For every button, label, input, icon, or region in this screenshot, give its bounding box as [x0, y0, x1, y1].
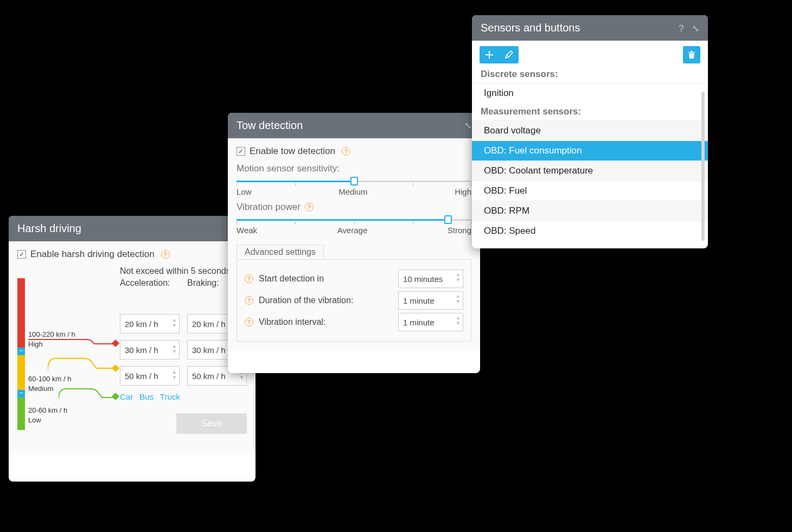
start-detection-label: Start detection in — [259, 274, 324, 284]
sensors-toolbar — [472, 41, 708, 66]
motion-high-label: High — [455, 187, 471, 196]
delete-button[interactable] — [683, 46, 700, 63]
interval-input[interactable]: 1 minute▲▼ — [398, 313, 463, 331]
vibration-low-label: Weak — [237, 226, 257, 235]
collapse-range-button[interactable]: − — [17, 348, 25, 355]
low-accel-input[interactable]: 50 km / h▲▼ — [120, 366, 180, 386]
motion-mid-label: Medium — [338, 187, 367, 196]
motion-sensitivity-label: Motion sensor sensitivity: — [237, 163, 471, 174]
sensor-item-rpm[interactable]: OBD: RPM — [472, 201, 708, 221]
sensor-item-coolant-temperature[interactable]: OBD: Coolant temperature — [472, 161, 708, 181]
vibration-power-label: Vibration power — [237, 202, 301, 213]
stepper-icon[interactable]: ▲▼ — [172, 343, 177, 354]
add-button[interactable] — [480, 46, 499, 63]
sensors-title-bar: Sensors and buttons ? ⤡ — [472, 15, 708, 41]
stepper-icon[interactable]: ▲▼ — [172, 317, 177, 328]
slider-thumb[interactable] — [444, 215, 452, 224]
sensors-panel: Sensors and buttons ? ⤡ Discrete sensors… — [472, 15, 708, 248]
stepper-icon[interactable]: ▲▼ — [172, 369, 177, 380]
collapse-icon[interactable]: ⤡ — [464, 120, 471, 131]
tow-panel: Tow detection ⤡ ✓ Enable tow detection ?… — [228, 113, 480, 373]
acceleration-header: Acceleration: — [120, 278, 180, 288]
range-low-label: 20-60 km / h — [28, 406, 67, 414]
help-icon[interactable]: ? — [161, 250, 170, 259]
sensor-item-ignition[interactable]: Ignition — [472, 83, 708, 103]
duration-input[interactable]: 1 minute▲▼ — [398, 291, 463, 310]
sensor-item-fuel[interactable]: OBD: Fuel — [472, 181, 708, 201]
interval-label: Vibration interval: — [259, 317, 325, 327]
tow-title: Tow detection — [237, 119, 303, 132]
sensor-item-speed[interactable]: OBD: Speed — [472, 221, 708, 241]
med-accel-input[interactable]: 30 km / h▲▼ — [120, 340, 180, 360]
level-low-label: Low — [28, 416, 41, 424]
harsh-title-bar: Harsh driving ⤡ — [9, 216, 256, 241]
help-icon[interactable]: ? — [342, 147, 350, 156]
range-med-label: 60-100 km / h — [28, 375, 72, 383]
sensor-item-board-voltage[interactable]: Board voltage — [472, 120, 708, 140]
enable-harsh-label: Enable harsh driving detection — [30, 249, 155, 260]
help-icon[interactable]: ? — [245, 318, 253, 326]
measurement-group-label: Measurement sensors: — [472, 103, 708, 120]
high-accel-input[interactable]: 20 km / h▲▼ — [120, 314, 180, 334]
vibration-slider[interactable] — [237, 215, 471, 225]
collapse-range-button[interactable]: − — [17, 390, 25, 398]
duration-label: Duration of the vibration: — [259, 296, 353, 305]
slider-thumb[interactable] — [350, 177, 358, 185]
edit-button[interactable] — [499, 46, 519, 63]
sensors-title: Sensors and buttons — [481, 22, 580, 34]
motion-low-label: Low — [237, 187, 252, 196]
tow-title-bar: Tow detection ⤡ — [228, 113, 480, 138]
stepper-icon[interactable]: ▲▼ — [456, 272, 461, 283]
enable-harsh-checkbox[interactable]: ✓ — [17, 250, 26, 259]
stepper-icon[interactable]: ▲▼ — [456, 315, 461, 326]
preset-car[interactable]: Car — [120, 392, 133, 401]
harsh-title: Harsh driving — [17, 222, 81, 235]
vibration-mid-label: Average — [337, 226, 368, 235]
vibration-high-label: Strong — [448, 226, 471, 235]
advanced-settings-title: Advanced settings — [237, 245, 324, 260]
sensor-item-fuel-consumption[interactable]: OBD: Fuel consumption — [472, 140, 708, 161]
scrollbar[interactable] — [701, 92, 705, 241]
help-icon[interactable]: ? — [305, 203, 314, 211]
discrete-group-label: Discrete sensors: — [472, 66, 708, 83]
collapse-icon[interactable]: ⤡ — [692, 24, 699, 33]
start-detection-input[interactable]: 10 minutes▲▼ — [398, 270, 463, 288]
enable-tow-label: Enable tow detection — [250, 146, 335, 157]
stepper-icon[interactable]: ▲▼ — [456, 293, 461, 304]
save-button[interactable]: Save — [176, 413, 247, 434]
preset-truck[interactable]: Truck — [160, 392, 180, 401]
preset-bus[interactable]: Bus — [139, 392, 154, 401]
help-icon[interactable]: ? — [679, 24, 684, 33]
level-med-label: Medium — [28, 384, 53, 393]
help-icon[interactable]: ? — [245, 274, 253, 283]
speed-range-visualization: 100-220 km / h High − 60-100 km / h Medi… — [17, 266, 112, 445]
harsh-panel: Harsh driving ⤡ ✓ Enable harsh driving d… — [9, 216, 256, 482]
motion-slider[interactable] — [237, 176, 471, 186]
enable-tow-checkbox[interactable]: ✓ — [237, 147, 245, 156]
help-icon[interactable]: ? — [245, 296, 253, 305]
